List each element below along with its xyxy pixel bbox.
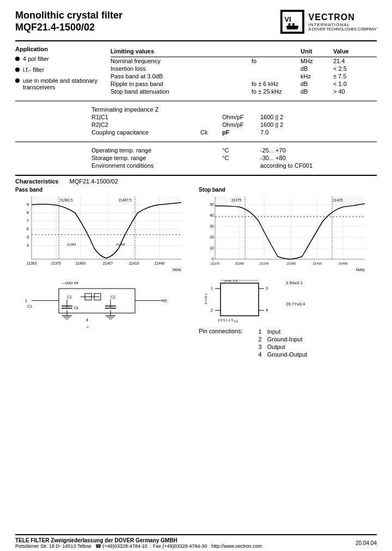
svg-text:6: 6 bbox=[27, 227, 29, 231]
svg-rect-4 bbox=[292, 23, 295, 28]
passband-svg: 9 8 7 6 5 4 21393 21375 21400 21407 2141… bbox=[15, 194, 184, 271]
svg-text:30: 30 bbox=[210, 224, 214, 228]
svg-text:C1: C1 bbox=[27, 304, 32, 308]
term-name-2: R2|C2 bbox=[91, 121, 200, 128]
term-unit-1: Ohm/pF bbox=[222, 114, 260, 120]
svg-text:2: 2 bbox=[211, 308, 213, 312]
svg-text:0: 0 bbox=[212, 257, 214, 261]
term-row-2: R2|C2 Ohm/pF 1600 || 2 bbox=[91, 121, 377, 128]
svg-text:R5: R5 bbox=[162, 299, 167, 303]
param-row-1: Insertion loss dB < 2.5 bbox=[111, 65, 377, 72]
vectron-name: VECTRON bbox=[309, 13, 377, 22]
circuit-svg-left: -- color int C1 C2 bbox=[15, 278, 184, 340]
terminating-table: Terminating impedance Z R1|C1 Ohm/pF 160… bbox=[91, 106, 377, 136]
svg-text:⊥: ⊥ bbox=[86, 325, 89, 328]
svg-rect-3 bbox=[288, 23, 290, 28]
left-column: Application 4 pol filter i.f.- filter us… bbox=[15, 46, 111, 95]
operating-section: Operating temp. range °C -25... +70 Stor… bbox=[15, 142, 377, 169]
title-line1: Monolithic crystal filter bbox=[15, 10, 122, 22]
svg-text:21393: 21393 bbox=[27, 261, 36, 265]
svg-text:21394: 21394 bbox=[67, 243, 76, 246]
stopband-svg: 50 40 30 20 10 0 21370 21360 21370 21383… bbox=[199, 194, 367, 271]
svg-text:5: 5 bbox=[27, 235, 29, 239]
char-header: Characteristics MQF21.4-1500/02 bbox=[15, 178, 377, 185]
right-column: Limiting values Unit Value Nominal frequ… bbox=[111, 46, 377, 95]
address: Potsdamer Str. 18 D- 14513 Teltow bbox=[15, 543, 91, 549]
svg-text:3: 3 bbox=[266, 286, 268, 290]
pin-name-4: Ground-Output bbox=[267, 351, 307, 358]
op-cond-2 bbox=[200, 162, 222, 169]
svg-text:21440: 21440 bbox=[155, 261, 164, 265]
svg-text:4: 4 bbox=[27, 243, 29, 247]
pin-items: 1 Input 2 Ground-Input 3 Output 4 bbox=[254, 328, 307, 358]
param-value-0: 21.4 bbox=[333, 58, 377, 64]
term-unit-3: pF bbox=[222, 129, 260, 136]
pin-num-4: 4 bbox=[254, 351, 262, 358]
svg-text:21410: 21410 bbox=[313, 262, 322, 265]
svg-text:C1: C1 bbox=[67, 295, 72, 299]
term-value-3: 7.0 bbox=[260, 129, 377, 136]
term-value-1: 1600 || 2 bbox=[260, 114, 377, 120]
param-unit-4: dB bbox=[301, 88, 333, 95]
header-divider bbox=[15, 40, 377, 41]
dover-text: A DOVER TECHNOLOGIES COMPANY bbox=[309, 27, 377, 31]
param-value-4: > 40 bbox=[333, 88, 377, 95]
application-title: Application bbox=[15, 46, 111, 52]
logo-box: VI VECTRON INTERNATIONAL A DOVER TECHNOL… bbox=[280, 10, 377, 34]
pin-item-3: 3 Output bbox=[254, 343, 307, 351]
svg-text:k=m: 1.5: k=m: 1.5 bbox=[225, 279, 238, 283]
term-cond-2 bbox=[200, 121, 222, 128]
company-name: TELE FILTER Zweigniederlassung der DOVER… bbox=[15, 537, 262, 543]
term-name-0: Terminating impedance Z bbox=[91, 106, 200, 113]
svg-text:7: 7 bbox=[27, 219, 29, 223]
pin-item-1: 1 Input bbox=[254, 328, 307, 335]
term-cond-3: Ck bbox=[200, 129, 222, 136]
term-row-3: Coupling capacitance Ck pF 7.0 bbox=[91, 128, 377, 136]
svg-text:9: 9 bbox=[27, 203, 29, 206]
param-name-2: Pass band at 3.0dB bbox=[111, 73, 252, 79]
svg-text:4: 4 bbox=[266, 308, 268, 312]
dim-line2: 20.77±0.4 bbox=[286, 302, 305, 307]
param-row-3: Ripple in pass band fo ± 6 kHz dB < 1.0 bbox=[111, 80, 377, 88]
footer-date: 20.04.04 bbox=[356, 540, 377, 546]
op-row-1: Storage temp. range °C -30... +80 bbox=[91, 154, 377, 162]
pin-title: Pin connections: bbox=[199, 328, 243, 356]
svg-text:(±): (±) bbox=[234, 320, 238, 323]
limiting-values-header: Limiting values Unit Value bbox=[111, 46, 377, 57]
op-unit-1: °C bbox=[222, 155, 260, 161]
pin-name-2: Ground-Input bbox=[267, 336, 303, 342]
param-value-1: < 2.5 bbox=[333, 65, 377, 72]
pin-num-2: 2 bbox=[254, 336, 262, 342]
passband-chart-box: Pass band bbox=[15, 187, 193, 271]
svg-rect-71 bbox=[59, 289, 135, 313]
term-row-0: Terminating impedance Z bbox=[91, 106, 377, 113]
term-cond-0 bbox=[200, 106, 222, 113]
op-row-2: Environment conditions according to CF00… bbox=[91, 162, 377, 169]
param-cond-3: fo ± 6 kHz bbox=[252, 81, 301, 87]
param-cond-2 bbox=[252, 73, 301, 79]
title-line2: MQF21.4-1500/02 bbox=[15, 22, 122, 34]
param-cond-0: fo bbox=[252, 58, 301, 64]
stopband-chart-box: Stop band bbox=[199, 187, 377, 271]
term-unit-0 bbox=[222, 106, 260, 113]
term-row-1: R1|C1 Ohm/pF 1600 || 2 bbox=[91, 113, 377, 121]
footer: TELE FILTER Zweigniederlassung der DOVER… bbox=[15, 534, 377, 551]
pin-name-3: Output bbox=[267, 344, 285, 350]
term-value-2: 1600 || 2 bbox=[260, 121, 377, 128]
vectron-logo-text: VECTRON INTERNATIONAL A DOVER TECHNOLOGI… bbox=[309, 13, 377, 31]
svg-text:-- color int: -- color int bbox=[61, 281, 78, 285]
header-limiting-values: Limiting values bbox=[111, 48, 252, 54]
bullet-text-1: 4 pol filter bbox=[23, 56, 49, 62]
svg-text:21360: 21360 bbox=[235, 262, 244, 265]
bullet-item-1: 4 pol filter bbox=[15, 56, 111, 62]
terminating-section: Terminating impedance Z R1|C1 Ohm/pF 160… bbox=[15, 101, 377, 136]
characteristics-section: Characteristics MQF21.4-1500/02 Pass ban… bbox=[15, 175, 377, 276]
svg-text:8: 8 bbox=[27, 211, 29, 215]
web: http://www.vectron.com bbox=[211, 543, 262, 549]
svg-text:21370: 21370 bbox=[260, 262, 269, 265]
package-area: 1 2 3 4 k=m: 1.5 2.5 5.1 2.5 (±) 3.7±0.1 bbox=[199, 278, 377, 328]
svg-text:f/kHz: f/kHz bbox=[173, 268, 181, 271]
op-name-2: Environment conditions bbox=[91, 162, 200, 169]
svg-text:50: 50 bbox=[210, 203, 214, 206]
svg-text:21450: 21450 bbox=[339, 262, 348, 265]
